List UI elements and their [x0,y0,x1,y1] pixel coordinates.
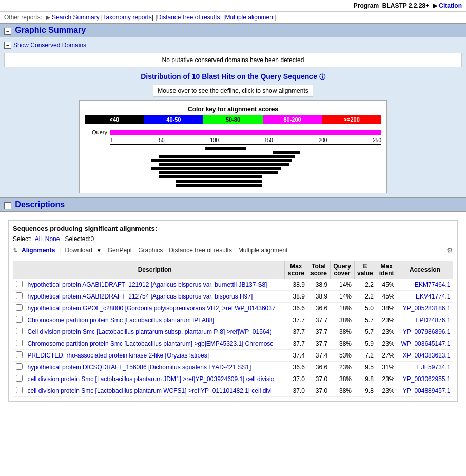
row-accession-link-2[interactable]: YP_005283186.1 [403,305,451,312]
row-max-score-5: 37.7 [285,338,307,350]
row-checkbox-2[interactable] [13,303,25,314]
hit-line-2[interactable] [273,151,300,154]
row-desc-link-1[interactable]: hypothetical protein AGABI2DRAFT_212754 … [28,293,253,300]
hit-line-8[interactable] [159,175,262,179]
query-bar [110,130,381,135]
row-query-cover-7: 23% [330,362,354,373]
row-query-cover-0: 14% [330,279,354,291]
row-accession-link-0[interactable]: EKM77464.1 [415,281,450,288]
row-checkbox-5[interactable] [13,338,25,350]
row-accession-link-1[interactable]: EKV41774.1 [416,293,450,300]
row-e-value-0: 2.2 [354,279,376,291]
results-tbody: hypothetical protein AGABI1DRAFT_121912 … [13,279,453,397]
row-accession-7: EJF59734.1 [397,362,453,373]
select-all-link[interactable]: All [35,235,42,243]
row-e-value-3: 5.7 [354,314,376,326]
row-total-score-1: 38.9 [307,291,330,303]
hit-line-6[interactable] [151,167,281,170]
row-checkbox-0[interactable] [13,279,25,291]
row-desc-link-6[interactable]: PREDICTED: rho-associated protein kinase… [28,352,209,359]
row-desc-link-3[interactable]: Chromosome partition protein Smc [Lactob… [28,316,215,324]
table-row: cell division protein Smc [Lactobacillus… [13,373,453,385]
hit-line-10[interactable] [176,184,262,187]
row-checkbox-1[interactable] [13,291,25,303]
row-e-value-7: 9.5 [354,362,376,373]
row-checkbox-6[interactable] [13,350,25,362]
link-multiple-alignment[interactable]: Multiple alignment [225,14,275,21]
row-desc-3: Chromosome partition protein Smc [Lactob… [25,314,285,326]
toolbar: ⇅ Alignments | Download ▼ GenPept Graphi… [13,246,453,257]
descriptions-collapse-btn[interactable]: − [4,202,11,209]
mouseover-hint: Mouse over to see the defline, click to … [153,85,313,97]
row-desc-link-7[interactable]: hypothetical protein DICSQDRAFT_156086 [… [28,364,251,371]
program-info: Program BLASTP 2.2.28+ ▶ Citation [4,2,462,9]
row-desc-link-4[interactable]: Cell division protein Smc [Lactobacillus… [28,328,272,335]
row-total-score-0: 38.9 [307,279,330,291]
descriptions-title[interactable]: Descriptions [15,200,65,209]
multiple-alignment-btn[interactable]: Multiple alignment [236,246,290,255]
ruler-line [110,144,381,145]
select-label: Select: [13,235,32,243]
hit-line-3[interactable] [159,155,295,158]
hit-lines-area [110,147,381,187]
results-table: Description Maxscore Totalscore Querycov… [13,261,453,397]
row-accession-link-5[interactable]: WP_003645147.1 [401,340,450,347]
genpept-btn[interactable]: GenPept [106,246,134,255]
hit-line-1[interactable] [205,147,246,150]
alignment-viz-container: Color key for alignment scores <40 40-50… [79,100,387,193]
program-bar: Program BLASTP 2.2.28+ ▶ Citation [0,0,466,12]
link-taxonomy[interactable]: Taxonomy reports [103,14,151,21]
row-desc-link-9[interactable]: cell division protein Smc [Lactobacillus… [28,387,272,394]
hit-line-7[interactable] [159,171,278,174]
row-checkbox-3[interactable] [13,314,25,326]
row-checkbox-8[interactable] [13,373,25,385]
alignments-btn[interactable]: Alignments [20,246,57,255]
row-accession-5: WP_003645147.1 [397,338,453,350]
link-search-summary[interactable]: Search Summary [52,14,100,21]
row-accession-link-3[interactable]: EPD24876.1 [415,316,450,324]
row-checkbox-7[interactable] [13,362,25,373]
th-e-value: Evalue [354,261,376,279]
row-max-score-1: 38.9 [285,291,307,303]
conserved-domains-link[interactable]: Show Conserved Domains [13,42,86,49]
select-none-link[interactable]: None [45,235,60,243]
row-max-score-6: 37.4 [285,350,307,362]
row-accession-link-8[interactable]: YP_003062955.1 [403,375,451,383]
row-checkbox-4[interactable] [13,326,25,338]
row-max-score-4: 37.7 [285,326,307,338]
row-checkbox-9[interactable] [13,385,25,397]
hit-line-4[interactable] [151,159,292,162]
row-accession-link-4[interactable]: YP_007986896.1 [403,328,451,335]
no-domains-message: No putative conserved domains have been … [4,53,462,67]
hit-line-5[interactable] [159,163,289,166]
no-domains-text: No putative conserved domains have been … [162,56,304,64]
graphics-btn[interactable]: Graphics [136,246,165,255]
download-btn[interactable]: Download [63,246,94,255]
row-accession-0: EKM77464.1 [397,279,453,291]
hit-line-9[interactable] [176,180,262,183]
row-desc-link-8[interactable]: cell division protein Smc [Lactobacillus… [28,375,275,383]
distance-tree-btn[interactable]: Distance tree of results [167,246,234,255]
info-icon[interactable]: ⓘ [319,73,325,81]
citation-link[interactable]: Citation [439,2,462,9]
row-desc-link-2[interactable]: hypothetical protein GPOL_c28000 [Gordon… [28,305,276,312]
row-accession-link-7[interactable]: EJF59734.1 [417,364,451,371]
row-desc-link-5[interactable]: Chromosome partition protein Smc [Lactob… [28,340,274,347]
row-e-value-5: 5.9 [354,338,376,350]
row-accession-link-9[interactable]: YP_004889457.1 [403,387,451,394]
conserved-domains-collapse-btn[interactable]: − [4,42,11,49]
link-distance-tree[interactable]: Distance tree of results [157,14,220,21]
toolbar-sep-1: | [59,247,61,254]
graphic-summary-title[interactable]: Graphic Summary [15,26,86,34]
row-desc-link-0[interactable]: hypothetical protein AGABI1DRAFT_121912 … [28,281,267,288]
row-e-value-4: 5.7 [354,326,376,338]
selected-label: Selected: [65,235,90,243]
gear-icon[interactable]: ⚙ [446,246,453,254]
row-accession-3: EPD24876.1 [397,314,453,326]
table-row: hypothetical protein DICSQDRAFT_156086 [… [13,362,453,373]
graphic-summary-collapse-btn[interactable]: − [4,28,11,35]
row-accession-link-6[interactable]: XP_004083623.1 [403,352,451,359]
query-row: Query [85,129,381,135]
table-row: cell division protein Smc [Lactobacillus… [13,385,453,397]
hint-wrapper: Mouse over to see the defline, click to … [4,85,462,100]
